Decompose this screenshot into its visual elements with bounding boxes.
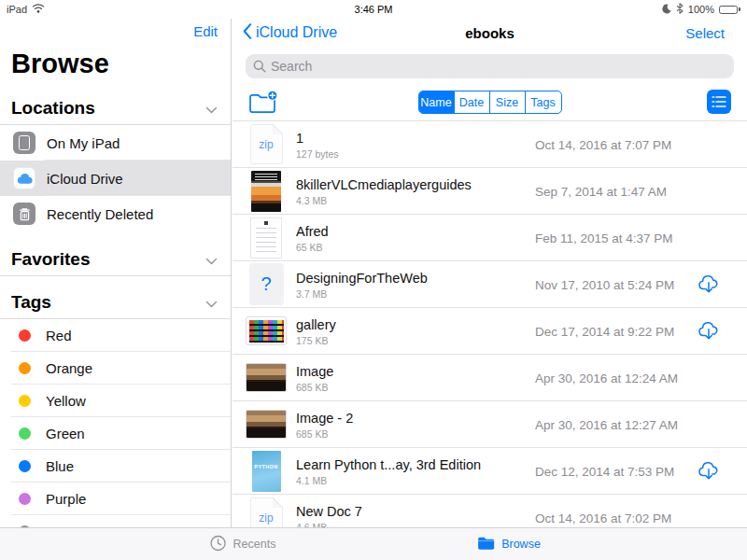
file-thumbnail (246, 170, 287, 213)
folder-icon (477, 536, 495, 553)
file-size: 65 KB (296, 242, 329, 253)
tag-color-dot (19, 460, 31, 472)
tags-section-header[interactable]: Tags (0, 286, 231, 319)
file-thumbnail: ? (246, 263, 287, 306)
tag-color-dot (19, 427, 31, 440)
chevron-down-icon (205, 249, 218, 270)
favorites-section-header[interactable]: Favorites (0, 243, 231, 276)
file-name: New Doc 7 (296, 504, 362, 519)
sort-segment[interactable]: Name (419, 91, 455, 113)
file-date: Oct 14, 2016 at 7:02 PM (535, 511, 671, 525)
file-thumbnail (246, 357, 287, 399)
file-thumbnail (246, 403, 287, 446)
tags-list: Red Orange Yellow Green Blue Purple (0, 319, 231, 527)
file-row[interactable]: PYTHON Learn Python t...ay, 3rd Edition … (233, 448, 747, 495)
icloud-icon (13, 167, 35, 189)
sort-segmented-control: NameDateSizeTags (418, 91, 562, 114)
file-name: DesigningForTheWeb (296, 271, 428, 286)
sort-segment[interactable]: Tags (526, 91, 561, 113)
sidebar-item-icloud-drive[interactable]: iCloud Drive (0, 161, 231, 196)
file-date: Dec 12, 2014 at 7:53 PM (535, 464, 674, 478)
file-date: Oct 14, 2016 at 7:07 PM (535, 137, 671, 151)
file-row[interactable]: 8killerVLCmediaplayerguides 4.3 MB Sep 7… (233, 168, 747, 215)
tag-label: Purple (46, 491, 86, 507)
ipad-icon (13, 132, 35, 154)
file-date: Dec 17, 2014 at 9:22 PM (535, 324, 674, 338)
status-bar: iPad 3:46 PM 100% (0, 0, 747, 19)
sidebar-title: Browse (0, 39, 231, 79)
file-date: Sep 7, 2014 at 1:47 AM (535, 184, 667, 198)
locations-list: On My iPad iCloud Drive Recently Deleted (0, 125, 231, 231)
clock-time: 3:46 PM (0, 4, 747, 15)
tab-recents[interactable]: Recents (210, 528, 276, 560)
back-button[interactable]: iCloud Drive (242, 22, 337, 44)
file-row[interactable]: ? DesigningForTheWeb 3.7 MB Nov 17, 2010… (233, 261, 747, 308)
file-name: 8killerVLCmediaplayerguides (296, 177, 472, 192)
tag-label: Orange (46, 360, 92, 376)
chevron-down-icon (205, 98, 218, 119)
sidebar-tag-item[interactable]: Gray (0, 515, 231, 527)
file-size: 4.3 MB (296, 195, 472, 206)
cloud-download-icon[interactable] (698, 274, 720, 295)
toolbar: NameDateSizeTags (233, 90, 747, 116)
chevron-down-icon (205, 292, 218, 313)
sidebar-tag-item[interactable]: Yellow (0, 385, 231, 417)
file-row[interactable]: zip 1 127 bytes Oct 14, 2016 at 7:07 PM (233, 121, 747, 168)
tab-bar: Recents Browse (0, 527, 747, 560)
sidebar-tag-item[interactable]: Red (0, 319, 231, 352)
file-size: 685 KB (296, 428, 353, 440)
file-row[interactable]: Image - 2 685 KB Apr 30, 2016 at 12:27 A… (233, 401, 747, 448)
file-thumbnail (246, 217, 287, 259)
locations-section-header[interactable]: Locations (0, 91, 231, 125)
sort-segment[interactable]: Date (455, 91, 490, 113)
chevron-left-icon (242, 22, 252, 44)
file-thumbnail: zip (246, 123, 287, 166)
tag-color-dot (19, 395, 31, 407)
file-date: Feb 11, 2015 at 4:37 PM (535, 231, 673, 245)
file-date: Nov 17, 2010 at 5:24 PM (535, 277, 674, 291)
tag-label: Yellow (46, 393, 86, 409)
file-name: Afred (296, 224, 329, 239)
tag-label: Blue (46, 458, 74, 474)
tag-color-dot (19, 329, 31, 342)
sidebar-tag-item[interactable]: Purple (0, 483, 231, 515)
navigation-bar: iCloud Drive ebooks Select (233, 19, 747, 47)
file-row[interactable]: Afred 65 KB Feb 11, 2015 at 4:37 PM (233, 215, 747, 261)
file-row[interactable]: Image 685 KB Apr 30, 2016 at 12:24 AM (233, 355, 747, 401)
file-size: 175 KB (296, 335, 336, 346)
file-size: 4.1 MB (296, 475, 481, 486)
tag-color-dot (19, 493, 31, 505)
file-size: 127 bytes (296, 148, 339, 160)
file-name: Image (296, 364, 333, 379)
tag-color-dot (19, 362, 31, 374)
sidebar-tag-item[interactable]: Orange (0, 352, 231, 385)
clock-icon (210, 535, 227, 554)
tag-label: Green (46, 426, 85, 441)
main-panel: iCloud Drive ebooks Select NameDateSizeT… (233, 19, 747, 560)
file-size: 685 KB (296, 382, 333, 393)
select-button[interactable]: Select (685, 25, 725, 41)
search-input[interactable] (246, 54, 734, 78)
edit-button[interactable]: Edit (193, 23, 218, 39)
new-folder-button[interactable] (248, 90, 278, 119)
file-size: 3.7 MB (296, 288, 428, 300)
cloud-download-icon[interactable] (698, 461, 720, 482)
sidebar-item-on-my-ipad[interactable]: On My iPad (0, 125, 231, 161)
list-view-button[interactable] (707, 90, 731, 114)
file-row[interactable]: gallery 175 KB Dec 17, 2014 at 9:22 PM (233, 308, 747, 355)
file-name: gallery (296, 317, 336, 332)
sidebar-tag-item[interactable]: Blue (0, 450, 231, 483)
file-thumbnail: PYTHON (246, 450, 287, 493)
file-name: Learn Python t...ay, 3rd Edition (296, 457, 481, 472)
trash-icon (13, 203, 35, 225)
sidebar: Edit Browse Locations On My iPad iCloud … (0, 19, 232, 527)
cloud-download-icon[interactable] (698, 321, 720, 342)
tag-label: Red (46, 328, 72, 343)
file-name: 1 (296, 131, 339, 146)
files-app: iPad 3:46 PM 100% Edit Browse Locations (0, 0, 747, 560)
sidebar-item-recently-deleted[interactable]: Recently Deleted (0, 196, 231, 231)
tab-browse[interactable]: Browse (477, 528, 541, 560)
sort-segment[interactable]: Size (490, 91, 526, 113)
sidebar-tag-item[interactable]: Green (0, 417, 231, 450)
search-icon (253, 60, 266, 77)
